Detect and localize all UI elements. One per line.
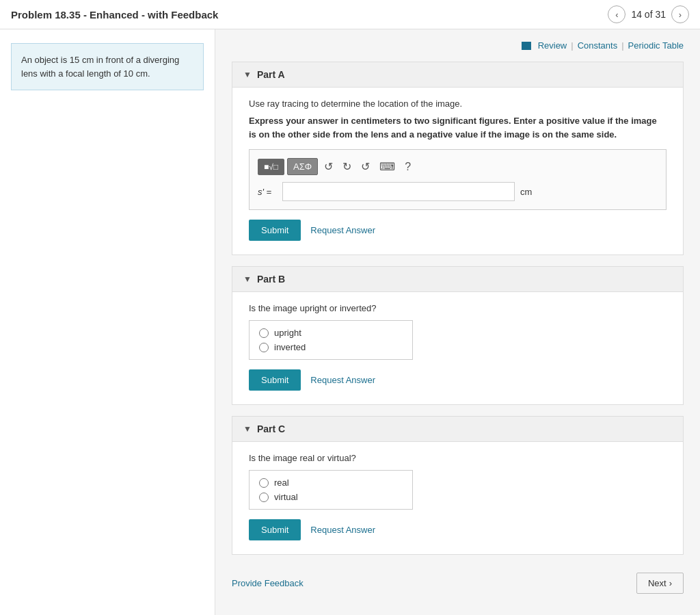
option-inverted[interactable]: inverted [259, 342, 403, 352]
content-area: Review | Constants | Periodic Table ▼ Pa… [215, 29, 700, 615]
help-button[interactable]: ? [401, 159, 414, 174]
part-a-collapse-icon: ▼ [243, 70, 252, 79]
option-upright[interactable]: upright [259, 328, 403, 338]
review-icon [522, 42, 531, 50]
option-virtual[interactable]: virtual [259, 492, 403, 502]
next-arrow-icon: › [669, 578, 672, 588]
top-links: Review | Constants | Periodic Table [232, 40, 684, 51]
part-a-instruction: Use ray tracing to determine the locatio… [249, 99, 667, 109]
request-answer-b[interactable]: Request Answer [310, 375, 375, 385]
reset-button[interactable]: ↺ [358, 159, 373, 174]
part-c-actions: Submit Request Answer [249, 519, 667, 540]
submit-button-c[interactable]: Submit [249, 519, 301, 540]
problem-title: Problem 18.35 - Enhanced - with Feedback [11, 9, 218, 21]
part-b-question: Is the image upright or inverted? [249, 303, 667, 313]
part-b-title: Part B [257, 274, 285, 285]
submit-button-b[interactable]: Submit [249, 369, 301, 391]
next-label: Next [648, 578, 667, 588]
option-real-label: real [274, 477, 289, 488]
page-count: 14 of 31 [631, 9, 666, 20]
nav-controls: ‹ 14 of 31 › [608, 5, 689, 23]
part-b-body: Is the image upright or inverted? uprigh… [232, 292, 683, 404]
undo-button[interactable]: ↺ [321, 159, 336, 174]
option-virtual-label: virtual [274, 492, 298, 502]
radio-upright[interactable] [259, 328, 269, 338]
redo-button[interactable]: ↻ [339, 159, 355, 174]
keyboard-button[interactable]: ⌨ [376, 159, 399, 174]
constants-link[interactable]: Constants [578, 40, 618, 51]
separator1: | [571, 40, 573, 51]
sidebar: An object is 15 cm in front of a divergi… [0, 29, 215, 615]
periodic-table-link[interactable]: Periodic Table [628, 40, 684, 51]
answer-input-a[interactable] [282, 182, 515, 201]
context-text: An object is 15 cm in front of a divergi… [21, 55, 179, 79]
part-b-actions: Submit Request Answer [249, 369, 667, 391]
radio-real[interactable] [259, 478, 269, 488]
part-c-header[interactable]: ▼ Part C [232, 417, 683, 442]
part-a-header[interactable]: ▼ Part A [232, 62, 683, 88]
part-b-collapse-icon: ▼ [243, 274, 252, 284]
toolbar-a: ■√□ ΑΣΦ ↺ ↻ ↺ ⌨ ? [258, 158, 658, 175]
next-button[interactable]: Next › [636, 573, 684, 594]
prev-button[interactable]: ‹ [608, 5, 625, 23]
matrix-button[interactable]: ■√□ [258, 159, 284, 175]
provide-feedback-link[interactable]: Provide Feedback [232, 578, 304, 588]
review-link[interactable]: Review [538, 40, 567, 51]
submit-button-a[interactable]: Submit [249, 220, 301, 241]
part-b-section: ▼ Part B Is the image upright or inverte… [232, 266, 684, 405]
next-nav-button[interactable]: › [671, 5, 689, 23]
radio-virtual[interactable] [259, 493, 269, 502]
part-a-section: ▼ Part A Use ray tracing to determine th… [232, 62, 684, 255]
part-c-collapse-icon: ▼ [243, 424, 252, 434]
answer-box-a: ■√□ ΑΣΦ ↺ ↻ ↺ ⌨ ? s' = cm [249, 149, 667, 210]
request-answer-a[interactable]: Request Answer [310, 225, 375, 235]
answer-unit-a: cm [520, 187, 532, 197]
bottom-actions: Provide Feedback Next › [232, 566, 684, 601]
option-real[interactable]: real [259, 477, 403, 488]
part-c-body: Is the image real or virtual? real virtu… [232, 442, 683, 554]
option-upright-label: upright [274, 328, 301, 338]
radio-box-b: upright inverted [249, 320, 413, 360]
problem-context: An object is 15 cm in front of a divergi… [11, 43, 204, 90]
part-a-actions: Submit Request Answer [249, 220, 667, 241]
part-a-bold-instruction: Express your answer in centimeters to tw… [249, 114, 667, 141]
option-inverted-label: inverted [274, 342, 306, 352]
part-c-question: Is the image real or virtual? [249, 453, 667, 463]
radio-box-c: real virtual [249, 470, 413, 510]
part-a-title: Part A [257, 69, 285, 80]
main-layout: An object is 15 cm in front of a divergi… [0, 29, 700, 615]
request-answer-c[interactable]: Request Answer [310, 525, 375, 535]
part-b-header[interactable]: ▼ Part B [232, 267, 683, 292]
answer-row-a: s' = cm [258, 182, 658, 201]
header: Problem 18.35 - Enhanced - with Feedback… [0, 0, 700, 29]
separator2: | [621, 40, 623, 51]
radio-inverted[interactable] [259, 343, 269, 352]
part-a-body: Use ray tracing to determine the locatio… [232, 88, 683, 254]
part-c-section: ▼ Part C Is the image real or virtual? r… [232, 416, 684, 555]
greek-button[interactable]: ΑΣΦ [287, 158, 318, 175]
answer-label-a: s' = [258, 187, 277, 197]
part-c-title: Part C [257, 423, 285, 434]
